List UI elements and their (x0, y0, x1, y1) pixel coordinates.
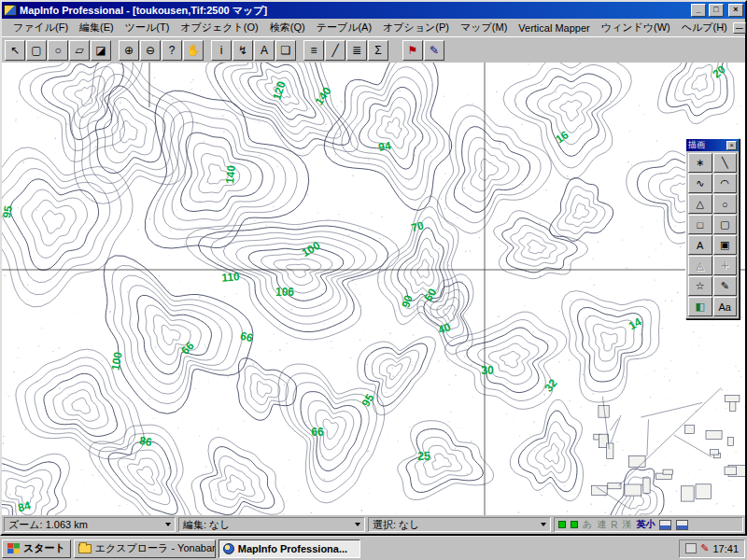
contour-map (2, 63, 745, 515)
chevron-down-icon (541, 523, 546, 526)
polyline-tool[interactable]: ∿ (688, 174, 712, 193)
mdi-minimize-button[interactable]: — (733, 22, 746, 34)
layer-control-button[interactable]: ≡ (303, 40, 324, 61)
ime-status: あ 連 R 漢 英小 (554, 517, 743, 532)
menu-table[interactable]: テーブル(A) (311, 19, 377, 36)
system-tray: ✎ 17:41 (679, 539, 745, 558)
ime-mode-indicator[interactable]: 英小 (636, 518, 655, 531)
title-bar: MapInfo Professional - [toukousen,Tif:25… (2, 2, 745, 19)
palette-tool-grid: ∗ ╲ ∿ ◠ △ ○ □ ▢ A ▣ ◬ ∔ ☆ ✎ ◧ Aa (686, 151, 739, 318)
polygon-select-tool[interactable]: ▱ (69, 40, 90, 61)
polygon-tool[interactable]: △ (688, 194, 712, 214)
windows-flag-icon (7, 543, 20, 553)
edit-layer-label: 編集: なし (183, 518, 231, 532)
status-bar: ズーム: 1.063 km 編集: なし 選択: なし あ 連 R 漢 英小 (2, 515, 745, 534)
palette-close-button[interactable]: × (726, 141, 737, 150)
menu-bar: ファイル(F) 編集(E) ツール(T) オブジェクト(O) 検索(Q) テーブ… (2, 19, 745, 36)
toolbar-separator (389, 40, 395, 61)
set-target-district-button[interactable]: ⚑ (402, 40, 423, 61)
keyboard-icon[interactable] (659, 520, 671, 530)
folder-icon (78, 544, 92, 553)
menu-tools[interactable]: ツール(T) (120, 19, 176, 36)
tray-clock: 17:41 (712, 543, 739, 554)
text-tool[interactable]: A (688, 235, 712, 255)
hotlink-tool[interactable]: ↯ (233, 40, 253, 61)
symbol-tool[interactable]: ∗ (688, 153, 712, 173)
menu-edit[interactable]: 編集(E) (74, 19, 120, 36)
legend-button[interactable]: ≣ (346, 40, 367, 61)
taskbar-item-label: エクスプローラ - Yonabaru (95, 541, 216, 555)
palette-title: 描画 (688, 139, 705, 151)
ime-token[interactable]: 漢 (622, 518, 631, 531)
start-label: スタート (23, 541, 65, 555)
taskbar: スタート エクスプローラ - Yonabaru MapInfo Professi… (0, 536, 747, 560)
minimize-button[interactable]: _ (691, 4, 706, 17)
chevron-down-icon (165, 523, 171, 526)
main-toolbar: ↖ ▢ ○ ▱ ◪ ⊕ ⊖ ? ✋ i ↯ A ❏ ≡ ╱ ≣ Σ ⚑ ✎ (2, 36, 745, 63)
taskbar-item-explorer[interactable]: エクスプローラ - Yonabaru (74, 539, 216, 558)
ime-token[interactable]: 連 (597, 518, 606, 531)
add-node-tool[interactable]: ∔ (713, 256, 738, 275)
selection-label: 選択: なし (373, 518, 420, 532)
text-style-button[interactable]: Aa (713, 297, 738, 316)
toolbar-separator (396, 40, 402, 61)
ellipse-tool[interactable]: ○ (713, 194, 738, 214)
window-title: MapInfo Professional - [toukousen,Tif:25… (20, 4, 688, 18)
radius-select-tool[interactable]: ○ (48, 40, 68, 61)
zoom-scale-selector[interactable]: ズーム: 1.063 km (4, 517, 176, 532)
drawing-palette: 描画 × ∗ ╲ ∿ ◠ △ ○ □ ▢ A ▣ ◬ ∔ ☆ ✎ ◧ Aa (685, 138, 740, 319)
menu-options[interactable]: オプション(P) (377, 19, 455, 36)
ime-token[interactable]: あ (583, 518, 592, 531)
menu-vertical-mapper[interactable]: Vertical Mapper (513, 21, 595, 35)
close-button[interactable]: × (728, 4, 743, 17)
pen-input-icon[interactable] (676, 520, 688, 530)
toolbar-separator (112, 40, 118, 61)
mdi-window-controls: — □ × (733, 22, 747, 34)
reshape-tool[interactable]: ◬ (688, 256, 712, 275)
rounded-rectangle-tool[interactable]: ▢ (713, 215, 738, 234)
region-style-button[interactable]: ◧ (688, 297, 712, 316)
map-canvas[interactable]: 2012014094161409570100110106509040666610… (2, 63, 745, 515)
drag-map-tool[interactable]: ❏ (275, 40, 296, 61)
taskbar-item-mapinfo[interactable]: MapInfo Professiona... (218, 539, 360, 558)
ime-token[interactable]: R (611, 520, 617, 530)
edit-layer-selector[interactable]: 編集: なし (178, 517, 365, 532)
menu-help[interactable]: ヘルプ(H) (676, 19, 733, 36)
clip-region-button[interactable]: ✎ (424, 40, 444, 61)
rectangle-tool[interactable]: □ (688, 215, 712, 234)
select-tool[interactable]: ↖ (5, 40, 25, 61)
pan-tool[interactable]: ✋ (183, 40, 204, 61)
maximize-button[interactable]: □ (709, 4, 724, 17)
arc-tool[interactable]: ◠ (713, 174, 738, 193)
frame-tool[interactable]: ▣ (713, 235, 738, 255)
palette-title-bar[interactable]: 描画 × (686, 139, 739, 151)
status-led (571, 521, 578, 528)
statistics-button[interactable]: Σ (368, 40, 388, 61)
taskbar-item-label: MapInfo Professiona... (238, 543, 347, 554)
label-tool[interactable]: A (254, 40, 275, 61)
ime-tray-icon[interactable] (685, 543, 697, 553)
mapinfo-icon (223, 543, 234, 554)
symbol-style-button[interactable]: ☆ (688, 276, 712, 296)
pen-tray-icon[interactable]: ✎ (700, 543, 709, 553)
marquee-select-tool[interactable]: ▢ (26, 40, 47, 61)
menu-file[interactable]: ファイル(F) (7, 19, 74, 36)
app-icon[interactable] (4, 5, 17, 16)
line-tool[interactable]: ╲ (713, 153, 738, 173)
menu-window[interactable]: ウィンドウ(W) (596, 19, 676, 36)
info-tool[interactable]: i (211, 40, 232, 61)
ruler-tool[interactable]: ╱ (325, 40, 345, 61)
mapinfo-window: MapInfo Professional - [toukousen,Tif:25… (0, 0, 747, 536)
menu-query[interactable]: 検索(Q) (264, 19, 311, 36)
invert-select-tool[interactable]: ◪ (91, 40, 111, 61)
status-led (558, 521, 566, 528)
zoom-out-tool[interactable]: ⊖ (140, 40, 161, 61)
change-view-tool[interactable]: ? (162, 40, 182, 61)
menu-objects[interactable]: オブジェクト(O) (175, 19, 263, 36)
start-button[interactable]: スタート (2, 539, 71, 558)
selection-status[interactable]: 選択: なし (368, 517, 551, 532)
zoom-in-tool[interactable]: ⊕ (119, 40, 139, 61)
toolbar-separator (297, 40, 303, 61)
menu-map[interactable]: マップ(M) (455, 19, 513, 36)
line-style-button[interactable]: ✎ (713, 276, 738, 296)
